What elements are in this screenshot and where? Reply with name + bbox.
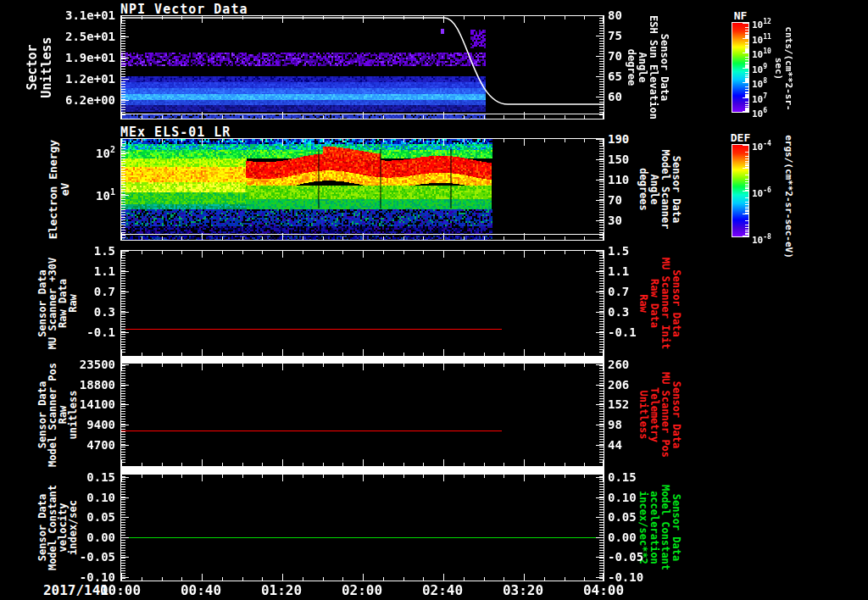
axis-tick	[599, 334, 604, 335]
y-tick-label: 0.10	[608, 491, 659, 504]
axis-tick	[121, 23, 125, 24]
axis-tick	[423, 364, 424, 367]
axis-tick	[423, 475, 424, 478]
axis-tick	[423, 577, 424, 581]
colorbar-tick-label: 109	[752, 62, 767, 75]
axis-tick	[599, 339, 604, 340]
axis-tick	[423, 16, 424, 19]
axis-tick	[599, 391, 604, 392]
panel-els	[120, 138, 604, 241]
y-tick-label: 30	[608, 214, 659, 227]
colorbar-tick-label: 10-4	[752, 139, 771, 153]
axis-tick	[599, 542, 604, 543]
colorbar-tick-label: 1010	[752, 47, 771, 60]
axis-tick	[181, 251, 182, 254]
axis-tick	[599, 565, 604, 566]
axis-tick	[403, 463, 404, 466]
axis-tick	[504, 475, 504, 478]
axis-tick	[599, 416, 604, 417]
axis-tick	[599, 301, 604, 302]
axis-tick	[745, 156, 748, 157]
axis-tick	[599, 192, 604, 192]
panel-mu-scanner-30v	[120, 250, 604, 357]
axis-tick	[121, 486, 125, 487]
axis-tick	[599, 329, 604, 330]
axis-tick	[121, 156, 125, 157]
axis-tick	[599, 293, 604, 294]
exponent: 8	[763, 77, 767, 85]
axis-tick	[524, 349, 525, 356]
axis-tick	[565, 364, 565, 367]
axis-tick	[599, 86, 604, 87]
axis-tick	[282, 574, 283, 581]
colorbar-tick-label: 1011	[752, 32, 771, 46]
axis-tick	[596, 404, 604, 405]
y-tick-label: 65	[608, 69, 659, 83]
axis-tick	[121, 84, 125, 85]
axis-tick	[745, 207, 748, 208]
y-tick-label: 6.2e+00	[56, 93, 115, 107]
axis-tick	[121, 339, 125, 340]
axis-tick	[599, 156, 604, 157]
axis-tick	[121, 532, 125, 533]
axis-tick	[262, 463, 263, 466]
axis-tick	[599, 553, 604, 553]
axis-tick	[121, 153, 125, 154]
axis-tick	[121, 61, 125, 62]
axis-tick	[121, 89, 125, 90]
axis-tick	[524, 574, 525, 581]
axis-tick	[599, 217, 604, 218]
axis-tick	[162, 577, 163, 581]
axis-tick	[599, 321, 604, 322]
axis-tick	[504, 16, 504, 19]
axis-tick	[599, 349, 604, 350]
axis-tick	[743, 53, 748, 53]
axis-tick	[121, 334, 125, 335]
axis-tick	[121, 202, 125, 203]
axis-tick	[599, 479, 604, 480]
axis-tick	[121, 164, 125, 164]
panel-model-scanner-pos	[120, 363, 604, 467]
exponent: 9	[763, 63, 767, 70]
axis-tick	[121, 349, 125, 350]
axis-tick	[282, 251, 283, 258]
axis-tick	[121, 258, 125, 258]
axis-tick	[599, 575, 604, 576]
axis-tick	[121, 332, 129, 333]
axis-tick	[383, 115, 384, 119]
axis-tick	[743, 168, 748, 169]
axis-tick	[121, 255, 125, 256]
axis-tick	[342, 475, 343, 478]
axis-tick	[464, 353, 465, 356]
axis-tick	[342, 364, 343, 367]
axis-tick	[222, 16, 223, 19]
x-tick-label: 04:00	[574, 582, 633, 598]
axis-tick	[504, 139, 504, 142]
axis-tick	[599, 494, 604, 495]
axis-tick	[484, 251, 485, 254]
axis-tick	[745, 104, 748, 105]
exponent: 12	[763, 18, 771, 25]
axis-tick	[121, 36, 129, 37]
axis-tick	[121, 308, 125, 309]
axis-tick	[121, 107, 125, 108]
y-tick-label: 1.9e+01	[56, 51, 115, 64]
axis-tick	[202, 364, 203, 370]
axis-tick	[599, 189, 604, 190]
axis-tick	[599, 151, 604, 152]
axis-tick	[599, 64, 604, 64]
exponent: 10	[763, 47, 771, 55]
axis-tick	[121, 303, 125, 304]
npi-left-axis-label: Sector Unitless	[25, 15, 54, 119]
axis-tick	[121, 522, 125, 523]
mu-scanner-30v-line	[121, 329, 502, 330]
axis-tick	[121, 454, 125, 455]
axis-tick	[121, 38, 125, 39]
axis-tick	[121, 560, 125, 561]
axis-tick	[323, 115, 324, 119]
axis-tick	[121, 192, 125, 192]
axis-tick	[745, 175, 748, 175]
axis-tick	[142, 16, 142, 19]
axis-tick	[121, 232, 125, 233]
axis-tick	[121, 161, 125, 162]
